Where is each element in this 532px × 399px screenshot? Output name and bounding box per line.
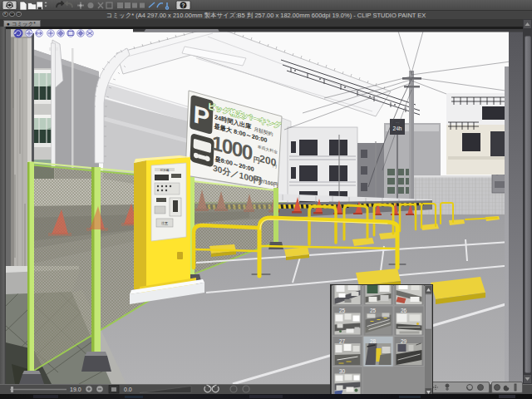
svg-text:25: 25 — [370, 308, 377, 313]
svg-text:注意: 注意 — [161, 221, 168, 225]
svg-text:25: 25 — [339, 308, 346, 313]
svg-text:26: 26 — [401, 308, 407, 313]
svg-text:27: 27 — [339, 338, 346, 344]
svg-text:28: 28 — [370, 338, 377, 344]
svg-text:0.0: 0.0 — [124, 387, 132, 392]
svg-text:29: 29 — [401, 338, 407, 344]
svg-text:24h: 24h — [393, 126, 402, 131]
svg-text:?: ? — [181, 2, 185, 8]
svg-text:19.0: 19.0 — [70, 387, 81, 392]
svg-text:精算機: 精算機 — [160, 169, 170, 172]
svg-text:30: 30 — [339, 368, 346, 374]
